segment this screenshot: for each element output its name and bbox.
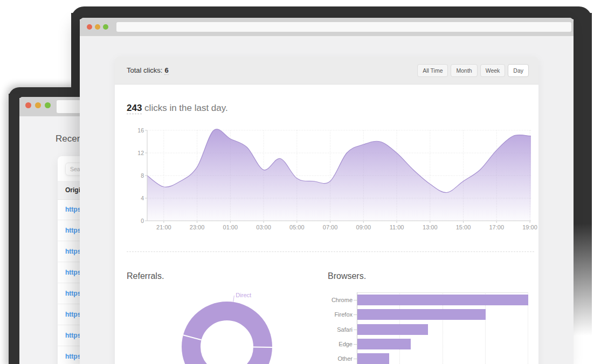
svg-text:03:00: 03:00 (256, 224, 271, 230)
range-button-month[interactable]: Month (451, 64, 477, 77)
bar-firefox (357, 309, 486, 320)
bar-tick (354, 330, 357, 330)
svg-text:12: 12 (137, 150, 144, 156)
svg-text:17:00: 17:00 (489, 224, 504, 230)
close-button[interactable] (87, 24, 92, 30)
minimize-button[interactable] (35, 102, 41, 108)
address-bar[interactable] (116, 22, 571, 32)
bar-chrome (357, 295, 528, 305)
front-window-frame-right (574, 13, 592, 364)
close-button[interactable] (25, 102, 31, 108)
bar-label-chrome: Chrome (328, 295, 353, 305)
svg-text:13:00: 13:00 (423, 224, 438, 230)
referrals-donut-chart: Direct (172, 290, 287, 364)
svg-text:07:00: 07:00 (323, 224, 338, 230)
front-browser-window: Total clicks: 6 All TimeMonthWeekDay 243… (80, 18, 574, 364)
bar-edge (357, 339, 411, 349)
range-button-group: All TimeMonthWeekDay (415, 64, 529, 77)
svg-text:16: 16 (137, 127, 144, 134)
browsers-title: Browsers. (328, 271, 366, 281)
svg-text:15:00: 15:00 (456, 224, 471, 230)
front-window-titlebar (80, 18, 574, 36)
bar-label-edge: Edge (328, 339, 353, 349)
bar-tick (354, 300, 357, 300)
bar-tick (354, 359, 357, 359)
svg-text:4: 4 (141, 195, 144, 201)
bar-tick (354, 314, 357, 315)
front-window-frame-left (71, 13, 80, 96)
range-button-week[interactable]: Week (480, 64, 506, 77)
clicks-headline: 243 clicks in the last day. (127, 103, 228, 114)
svg-text:Direct: Direct (236, 292, 251, 298)
back-window-frame-left (9, 94, 19, 364)
clicks-count: 243 (127, 103, 142, 114)
range-button-all-time[interactable]: All Time (417, 64, 448, 77)
desktop: Recent links. Original URL https://https… (0, 0, 594, 364)
clicks-area-chart: 048121621:0023:0001:0003:0005:0007:0009:… (136, 124, 538, 234)
bar-safari (357, 324, 428, 335)
analytics-card: Total clicks: 6 All TimeMonthWeekDay 243… (115, 57, 538, 364)
svg-text:21:00: 21:00 (156, 224, 171, 230)
minimize-button[interactable] (95, 24, 100, 30)
browsers-bar-chart: ChromeFirefoxSafariEdgeOther (328, 285, 535, 364)
svg-text:8: 8 (141, 172, 144, 179)
total-clicks-label: Total clicks: (127, 66, 162, 74)
bar-label-safari: Safari (328, 324, 353, 335)
zoom-button[interactable] (45, 102, 51, 108)
svg-text:09:00: 09:00 (356, 224, 371, 230)
clicks-headline-text: clicks in the last day. (144, 103, 228, 113)
svg-text:23:00: 23:00 (190, 224, 205, 230)
analytics-card-header: Total clicks: 6 All TimeMonthWeekDay (115, 57, 538, 85)
svg-text:11:00: 11:00 (390, 224, 404, 230)
svg-text:05:00: 05:00 (289, 224, 305, 230)
svg-text:01:00: 01:00 (223, 224, 238, 230)
total-clicks-value: 6 (164, 66, 168, 75)
zoom-button[interactable] (103, 24, 108, 30)
svg-text:0: 0 (141, 218, 144, 224)
range-button-day[interactable]: Day (508, 64, 529, 77)
referrals-title: Referrals. (127, 271, 164, 281)
bar-other (357, 353, 389, 364)
svg-text:19:00: 19:00 (522, 224, 537, 230)
bar-label-other: Other (328, 353, 353, 364)
bar-tick (354, 344, 357, 345)
bar-label-firefox: Firefox (328, 309, 353, 320)
section-divider (127, 251, 534, 252)
